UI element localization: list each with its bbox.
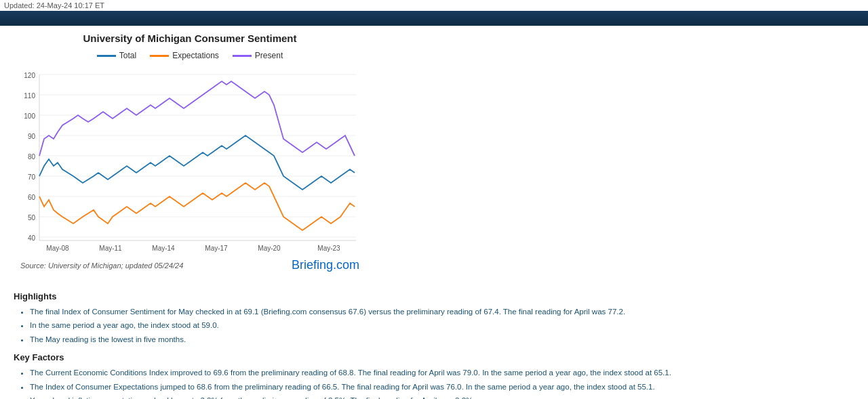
svg-text:May-08: May-08	[46, 245, 69, 252]
legend-expectations-label: Expectations	[172, 51, 219, 60]
highlights-section: Highlights The final Index of Consumer S…	[0, 279, 854, 399]
svg-text:80: 80	[28, 153, 36, 161]
highlights-list: The final Index of Consumer Sentiment fo…	[14, 306, 841, 345]
svg-text:110: 110	[24, 92, 35, 100]
legend-total: Total	[97, 51, 136, 60]
legend-expectations-line	[150, 55, 169, 57]
svg-text:90: 90	[28, 133, 36, 140]
svg-text:May-20: May-20	[258, 245, 281, 252]
svg-text:40: 40	[28, 234, 36, 242]
chart-legend: Total Expectations Present	[14, 51, 366, 60]
source-attribution: Source: University of Michigan; updated …	[14, 258, 366, 272]
svg-text:60: 60	[28, 194, 36, 201]
briefing-text-black: Briefing	[292, 258, 333, 272]
svg-text:May-11: May-11	[99, 245, 122, 252]
svg-text:May-23: May-23	[317, 245, 340, 252]
legend-total-label: Total	[119, 51, 136, 60]
chart-area: 120 110 100 90 80 70 60 50 40	[20, 66, 359, 255]
right-panel	[380, 26, 868, 279]
svg-text:70: 70	[28, 173, 36, 181]
legend-present-line	[233, 55, 252, 57]
legend-total-line	[97, 55, 116, 57]
source-text: Source: University of Michigan; updated …	[20, 261, 183, 270]
highlights-title: Highlights	[14, 291, 841, 301]
key-factors-list: The Current Economic Conditions Index im…	[14, 366, 841, 399]
legend-present-label: Present	[255, 51, 283, 60]
briefing-logo: Briefing.com	[292, 258, 359, 272]
legend-present: Present	[233, 51, 283, 60]
highlight-item-1: The final Index of Consumer Sentiment fo…	[30, 306, 841, 318]
legend-expectations: Expectations	[150, 51, 219, 60]
briefing-text-blue: .com	[333, 258, 359, 272]
highlight-item-2: In the same period a year ago, the index…	[30, 319, 841, 331]
update-timestamp: Updated: 24-May-24 10:17 ET	[0, 0, 868, 11]
chart-title: University of Michigan Consumer Sentimen…	[14, 33, 366, 44]
key-factors-title: Key Factors	[14, 352, 841, 362]
highlight-item-3: The May reading is the lowest in five mo…	[30, 333, 841, 345]
key-factor-item-1: The Current Economic Conditions Index im…	[30, 366, 841, 379]
header-bar	[0, 11, 868, 26]
svg-text:May-17: May-17	[205, 245, 228, 252]
key-factor-item-3: Year-ahead inflation expectations edged …	[30, 394, 841, 399]
key-factor-item-2: The Index of Consumer Expectations jumpe…	[30, 381, 841, 393]
svg-text:May-14: May-14	[152, 245, 175, 252]
svg-text:100: 100	[24, 112, 35, 120]
svg-text:120: 120	[24, 72, 35, 79]
chart-svg: 120 110 100 90 80 70 60 50 40	[20, 66, 359, 255]
svg-text:50: 50	[28, 214, 36, 222]
